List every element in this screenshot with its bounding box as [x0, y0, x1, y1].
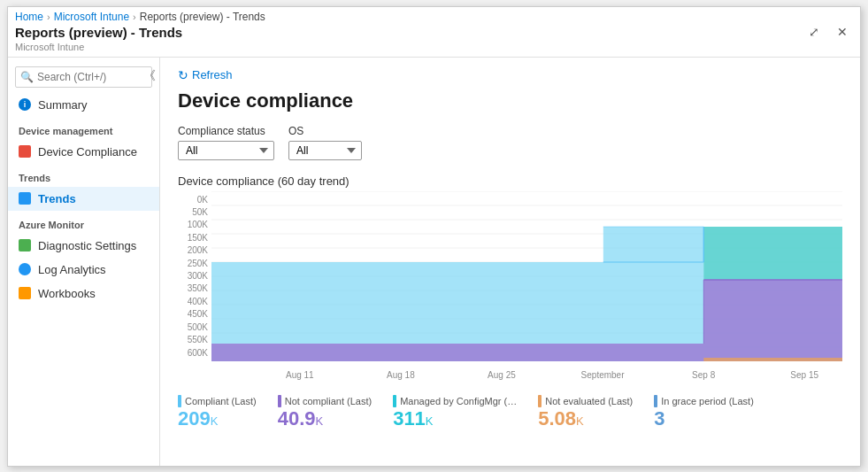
refresh-label: Refresh [192, 68, 233, 81]
legend-compliant-value: 209K [178, 409, 257, 429]
legend-in-grace-period-value: 3 [654, 409, 754, 429]
breadcrumb-intune[interactable]: Microsoft Intune [54, 11, 129, 23]
legend-configmgr-value: 311K [393, 409, 517, 429]
legend-not-compliant-label: Not compliant (Last) [278, 395, 372, 407]
x-label-sep8: Sep 8 [692, 370, 715, 380]
legend-not-evaluated-value: 5.08K [538, 409, 633, 429]
sidebar-section-azure-monitor: Azure Monitor [8, 211, 159, 234]
legend-in-grace-period: In grace period (Last) 3 [654, 395, 754, 429]
y-label-550k: 550K [178, 335, 211, 344]
configmgr-area [703, 227, 842, 280]
y-label-250k: 250K [178, 259, 211, 268]
y-label-0k: 0K [178, 195, 211, 205]
breadcrumb-sep-2: › [133, 12, 136, 22]
main-layout: 🔍 《 i Summary Device management Device C… [8, 58, 860, 466]
filter-row: Compliance status All Compliant Not comp… [178, 125, 842, 160]
titlebar-actions: ⤢ ✕ [803, 23, 853, 41]
os-label: OS [288, 125, 362, 137]
sidebar-search-container: 🔍 《 [8, 61, 159, 93]
sidebar-label-trends: Trends [38, 192, 76, 205]
legend-not-compliant-value: 40.9K [278, 409, 372, 429]
search-input[interactable] [15, 66, 152, 88]
os-filter: OS All Windows iOS Android macOS [288, 125, 362, 160]
legend-in-grace-period-color [654, 395, 657, 407]
x-label-sep15: Sep 15 [790, 370, 818, 380]
y-label-500k: 500K [178, 322, 211, 332]
legend-not-compliant-color [278, 395, 281, 407]
legend-compliant-label: Compliant (Last) [178, 395, 257, 407]
legend-not-compliant: Not compliant (Last) 40.9K [278, 395, 372, 429]
x-label-aug25: Aug 25 [488, 370, 516, 380]
sidebar-label-log-analytics: Log Analytics [38, 263, 106, 276]
sidebar-section-device-management: Device management [8, 117, 159, 140]
y-label-50k: 50K [178, 207, 211, 217]
chart-container: 600K 550K 500K 450K 400K 350K 300K 250K … [178, 191, 842, 386]
y-label-400k: 400K [178, 297, 211, 306]
legend-not-evaluated-label: Not evaluated (Last) [538, 395, 633, 407]
y-label-450k: 450K [178, 309, 211, 319]
compliance-status-select[interactable]: All Compliant Not compliant Not evaluate… [178, 141, 274, 160]
device-compliance-icon [19, 145, 31, 158]
workbooks-icon [19, 287, 31, 299]
legend-configmgr-label: Managed by ConfigMgr (… [393, 395, 517, 407]
compliance-status-label: Compliance status [178, 125, 274, 137]
main-window: Home › Microsoft Intune › Reports (previ… [7, 6, 861, 467]
search-icon: 🔍 [20, 71, 34, 83]
page-title: Device compliance [178, 89, 842, 112]
sidebar-item-device-compliance[interactable]: Device Compliance [8, 140, 159, 164]
sidebar-item-summary[interactable]: i Summary [8, 93, 159, 117]
content-area: ↻ Refresh Device compliance Compliance s… [160, 58, 860, 466]
x-label-aug11: Aug 11 [286, 370, 314, 380]
legend-not-evaluated-color [538, 395, 542, 407]
sidebar-label-diagnostic-settings: Diagnostic Settings [38, 239, 136, 252]
sidebar-label-summary: Summary [38, 98, 88, 112]
x-label-september: September [581, 370, 625, 380]
sidebar-label-workbooks: Workbooks [38, 287, 96, 300]
sidebar: 🔍 《 i Summary Device management Device C… [8, 58, 160, 466]
sidebar-item-trends[interactable]: Trends [8, 187, 159, 211]
log-analytics-icon [19, 263, 31, 275]
y-label-100k: 100K [178, 220, 211, 229]
expand-button[interactable]: ⤢ [803, 23, 825, 41]
y-label-200k: 200K [178, 245, 211, 255]
title-section: Reports (preview) - Trends Microsoft Int… [15, 25, 265, 53]
breadcrumb: Home › Microsoft Intune › Reports (previ… [15, 11, 265, 23]
legend-compliant: Compliant (Last) 209K [178, 395, 257, 429]
y-axis-labels: 600K 550K 500K 450K 400K 350K 300K 250K … [178, 191, 211, 361]
diagnostic-settings-icon [19, 239, 31, 251]
compliance-status-filter: Compliance status All Compliant Not comp… [178, 125, 274, 160]
window-subtitle: Microsoft Intune [15, 42, 84, 52]
window-title: Reports (preview) - Trends [15, 25, 265, 40]
refresh-icon: ↻ [178, 68, 188, 82]
y-label-350k: 350K [178, 283, 211, 293]
chart-inner [211, 191, 842, 361]
legend-row: Compliant (Last) 209K Not compliant (Las… [178, 395, 842, 429]
sidebar-item-log-analytics[interactable]: Log Analytics [8, 258, 159, 282]
breadcrumb-current: Reports (preview) - Trends [140, 11, 265, 23]
not-evaluated-area [703, 358, 842, 361]
close-button[interactable]: ✕ [832, 23, 853, 41]
legend-compliant-color [178, 395, 181, 407]
toolbar: ↻ Refresh [178, 68, 842, 82]
y-label-150k: 150K [178, 233, 211, 243]
chart-svg [211, 191, 842, 361]
legend-configmgr: Managed by ConfigMgr (… 311K [393, 395, 517, 429]
sidebar-item-diagnostic-settings[interactable]: Diagnostic Settings [8, 234, 159, 258]
legend-not-evaluated: Not evaluated (Last) 5.08K [538, 395, 633, 429]
legend-in-grace-period-label: In grace period (Last) [654, 395, 754, 407]
collapse-sidebar-button[interactable]: 《 [140, 65, 159, 88]
legend-configmgr-color [393, 395, 396, 407]
os-select[interactable]: All Windows iOS Android macOS [288, 141, 362, 160]
titlebar: Home › Microsoft Intune › Reports (previ… [8, 7, 860, 58]
breadcrumb-home[interactable]: Home [15, 11, 43, 23]
info-circle-icon: i [19, 98, 31, 111]
sidebar-item-workbooks[interactable]: Workbooks [8, 282, 159, 306]
y-label-600k: 600K [178, 348, 211, 358]
sidebar-label-device-compliance: Device Compliance [38, 145, 137, 159]
x-label-aug18: Aug 18 [387, 370, 415, 380]
sidebar-section-trends: Trends [8, 164, 159, 187]
chart-section-label: Device compliance (60 day trend) [178, 174, 842, 188]
refresh-button[interactable]: ↻ Refresh [178, 68, 233, 82]
breadcrumb-sep-1: › [47, 12, 50, 22]
y-label-300k: 300K [178, 271, 211, 281]
